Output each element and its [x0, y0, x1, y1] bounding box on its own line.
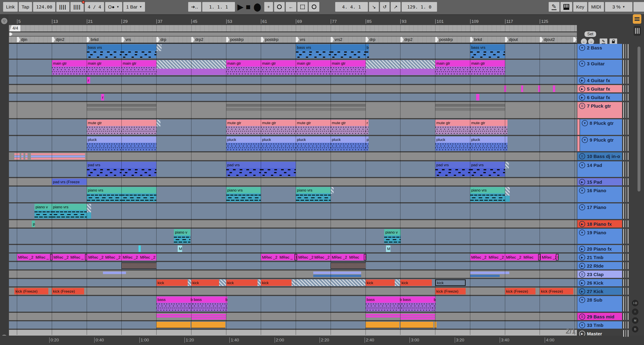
- clip[interactable]: MRec _2: [297, 254, 313, 260]
- clip[interactable]: [21, 158, 24, 160]
- clip[interactable]: piano vrs: [226, 187, 261, 202]
- clip[interactable]: kick: [156, 280, 188, 286]
- clip[interactable]: MRec _2: [17, 254, 34, 260]
- mixer-toggle-io[interactable]: I·O: [632, 300, 638, 306]
- clip[interactable]: [122, 44, 156, 58]
- clip[interactable]: [14, 158, 20, 160]
- clip[interactable]: pluck: [331, 136, 366, 151]
- clip[interactable]: [434, 322, 436, 328]
- clip[interactable]: [103, 272, 126, 274]
- clip[interactable]: [366, 322, 400, 328]
- unfold-track-icon[interactable]: ▼: [579, 61, 585, 67]
- clip[interactable]: main gtr: [122, 60, 156, 75]
- unfold-track-icon[interactable]: ▼: [579, 297, 585, 303]
- clip[interactable]: MRec _2: [261, 254, 278, 260]
- clip[interactable]: mute gtr: [261, 120, 296, 134]
- clip[interactable]: [31, 153, 85, 155]
- clip[interactable]: [122, 136, 156, 151]
- fold-track-icon[interactable]: ▶: [579, 263, 585, 269]
- clip[interactable]: [50, 254, 52, 260]
- track-row-14-pad[interactable]: pad vrspad vrspad vrspad vrs: [9, 161, 577, 177]
- clip[interactable]: MRec: [522, 254, 538, 260]
- clip[interactable]: [188, 280, 191, 286]
- track-row-22-ride[interactable]: [9, 262, 577, 270]
- clip[interactable]: MRec _2: [87, 254, 104, 260]
- prev-locator-button[interactable]: ←: [581, 38, 587, 44]
- clip[interactable]: MRec _2: [139, 254, 156, 260]
- unfold-track-icon[interactable]: ▼: [582, 120, 588, 126]
- clip[interactable]: [191, 318, 226, 320]
- unfold-track-icon[interactable]: ▼: [579, 162, 585, 168]
- mixer-lines-button[interactable]: [634, 26, 641, 36]
- sidebar-track-23-clap[interactable]: ☰23 Clap: [577, 270, 622, 278]
- clip[interactable]: [122, 120, 156, 134]
- track-row-7-pluck-gtr[interactable]: [9, 102, 577, 118]
- fold-track-icon[interactable]: ▶: [579, 94, 585, 100]
- clip[interactable]: kick: [435, 280, 466, 286]
- clip[interactable]: [87, 108, 157, 111]
- clip[interactable]: [296, 280, 331, 286]
- clip[interactable]: bass: [366, 296, 399, 311]
- track-row-21-tmb[interactable]: MRec _2MRec _MRec _2MRec _MRec _2MRec _2…: [9, 254, 577, 261]
- clip[interactable]: kick (Freeze): [14, 288, 48, 294]
- clip[interactable]: [156, 60, 191, 75]
- group-track-icon[interactable]: ☰: [579, 153, 585, 159]
- fold-track-icon[interactable]: ▶: [579, 86, 585, 92]
- track-row-9-pluck-gtr[interactable]: pluckpluckpluckpluckpluckppluckpluck: [9, 136, 577, 151]
- arrangement-overview-button[interactable]: [633, 14, 641, 24]
- sidebar-track-2-bass[interactable]: ▼2 Bass: [577, 44, 622, 58]
- unfold-track-icon[interactable]: ▼: [579, 188, 585, 194]
- clip[interactable]: [31, 156, 85, 157]
- clip[interactable]: mute gtr: [331, 120, 366, 134]
- clip[interactable]: [219, 280, 226, 286]
- clip[interactable]: M: [386, 246, 390, 252]
- clip[interactable]: [156, 120, 160, 126]
- track-row-10-bass-dj-in-o[interactable]: [9, 152, 577, 160]
- sidebar-track-16-piano[interactable]: ▼16 Piano: [577, 186, 622, 202]
- fold-track-icon[interactable]: ▶: [579, 254, 585, 260]
- clip[interactable]: pluck: [435, 136, 470, 151]
- clip[interactable]: [470, 272, 509, 274]
- track-row-8-pluck-gtr[interactable]: mute gtrmute gtrmute gtrmute gtrmute gtr…: [9, 119, 577, 135]
- clip[interactable]: [191, 322, 225, 328]
- clip[interactable]: [87, 104, 157, 107]
- clip[interactable]: MRec _: [34, 254, 50, 260]
- clip[interactable]: bass vrs: [296, 44, 331, 58]
- unfold-track-icon[interactable]: ▼: [579, 322, 585, 328]
- unfold-track-icon[interactable]: ▼: [579, 45, 585, 51]
- clip[interactable]: [122, 262, 156, 269]
- clip[interactable]: [258, 280, 261, 286]
- track-row-20-piano-fx[interactable]: MM: [9, 245, 577, 252]
- clip[interactable]: [21, 156, 24, 157]
- clip[interactable]: [400, 318, 435, 320]
- clip[interactable]: [331, 262, 366, 269]
- clip[interactable]: pluck: [470, 136, 505, 151]
- track-row-2-bass[interactable]: bass vrsbass vrsbbass vrs: [9, 44, 577, 58]
- clip[interactable]: kick (Freeze): [52, 288, 84, 294]
- track-row-33-tmb[interactable]: [9, 321, 577, 329]
- sidebar-track-5-guitar-fx[interactable]: ▶5 Guitar fx: [577, 85, 622, 92]
- sidebar-track-6-guitar-fx[interactable]: ▶6 Guitar fx: [577, 94, 622, 101]
- clip[interactable]: [261, 162, 296, 176]
- overload-indicator[interactable]: [634, 2, 644, 12]
- clip[interactable]: MRec _2: [540, 254, 556, 260]
- clip[interactable]: [505, 120, 508, 134]
- clip[interactable]: [191, 60, 226, 75]
- clip[interactable]: [87, 204, 91, 218]
- clip[interactable]: M: [178, 246, 182, 252]
- track-row-3-guitar[interactable]: main gtrmain gtrmain gtrmain gtrmain gtr…: [9, 60, 577, 76]
- clip[interactable]: M: [556, 254, 558, 260]
- clip[interactable]: [331, 280, 366, 286]
- clip[interactable]: bass: [156, 296, 190, 311]
- sidebar-track-29-bass-mid[interactable]: ☰29 Bass mid: [577, 313, 622, 320]
- group-track-icon[interactable]: ☰: [579, 103, 585, 109]
- clip[interactable]: [156, 44, 162, 51]
- sidebar-track-7-pluck-gtr[interactable]: ☰7 Pluck gtr: [577, 102, 622, 118]
- fold-track-icon[interactable]: ▶: [579, 246, 585, 252]
- clip[interactable]: kick: [191, 280, 219, 286]
- clip[interactable]: mute gtr: [87, 120, 122, 134]
- unfold-track-icon[interactable]: ▼: [582, 137, 588, 143]
- track-row-29-bass-mid[interactable]: [9, 313, 577, 320]
- clip[interactable]: b: [366, 44, 369, 58]
- clip[interactable]: MRec: [348, 254, 364, 260]
